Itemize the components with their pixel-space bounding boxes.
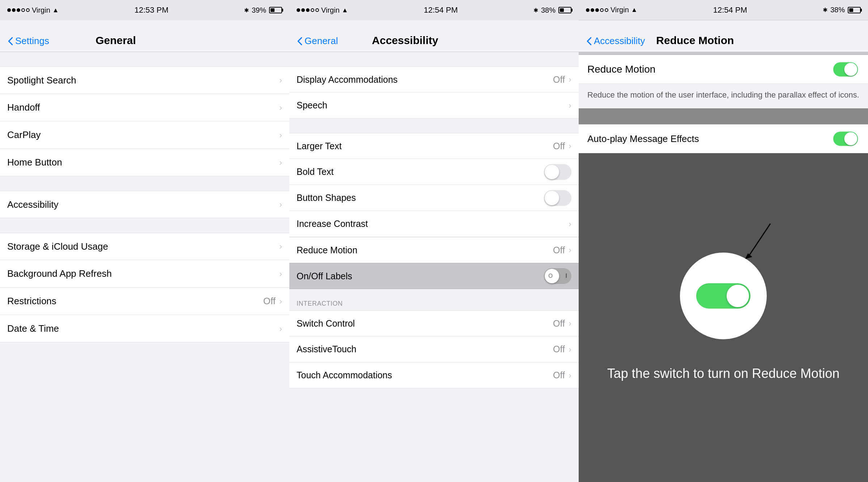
item-right: Off › <box>553 245 571 255</box>
item-left: Restrictions <box>7 296 56 307</box>
signal-dot <box>12 8 16 12</box>
item-right <box>544 164 571 180</box>
item-label: Home Button <box>7 157 62 168</box>
settings-item-display-accommodations[interactable]: Display Accommodations Off › <box>289 66 579 92</box>
section-gap <box>0 52 289 66</box>
section-gap-interaction <box>289 289 579 296</box>
settings-item-increase-contrast[interactable]: Increase Contrast › <box>289 211 579 237</box>
item-label: Larger Text <box>297 141 342 151</box>
settings-item-reduce-motion[interactable]: Reduce Motion Off › <box>289 237 579 263</box>
restrictions-value: Off <box>263 296 276 307</box>
annotation-area: Tap the switch to turn on Reduce Motion <box>579 153 868 482</box>
carrier-1: Virgin <box>32 6 50 14</box>
reduce-motion-description: Reduce the motion of the user interface,… <box>579 84 868 108</box>
item-label: Storage & iCloud Usage <box>7 241 108 252</box>
signal-dot <box>21 8 25 12</box>
signal-dot <box>586 8 590 12</box>
battery-icon-1 <box>269 7 282 13</box>
chevron-icon: › <box>279 296 282 306</box>
toggle-thumb <box>545 191 559 205</box>
settings-item-background-app-refresh[interactable]: Background App Refresh › <box>0 260 289 288</box>
interaction-section-header: INTERACTION <box>289 296 579 310</box>
item-right: › <box>279 158 282 168</box>
settings-item-storage-icloud[interactable]: Storage & iCloud Usage › <box>0 233 289 260</box>
status-right-3: ✱ 38% <box>823 6 861 14</box>
settings-item-larger-text[interactable]: Larger Text Off › <box>289 133 579 159</box>
signal-dot <box>306 8 310 12</box>
settings-item-button-shapes[interactable]: Button Shapes <box>289 185 579 211</box>
chevron-icon: › <box>569 318 571 328</box>
settings-item-bold-text[interactable]: Bold Text <box>289 159 579 185</box>
item-left: Spotlight Search <box>7 75 76 86</box>
reduce-motion-toggle[interactable] <box>833 62 858 77</box>
item-left: Larger Text <box>297 141 342 151</box>
chevron-icon: › <box>279 269 282 279</box>
settings-item-assistivetouch[interactable]: AssistiveTouch Off › <box>289 336 579 362</box>
nav-bar-1: Settings General <box>0 20 289 52</box>
reduce-motion-content: Reduce Motion Reduce the motion of the u… <box>579 55 868 482</box>
chevron-icon: › <box>279 241 282 251</box>
settings-item-carplay[interactable]: CarPlay › <box>0 121 289 149</box>
panel-accessibility: Virgin ▲ 12:54 PM ✱ 38% General Accessib… <box>289 0 579 482</box>
item-value: Off <box>553 344 565 354</box>
settings-item-touch-accommodations[interactable]: Touch Accommodations Off › <box>289 362 579 388</box>
item-right: › <box>569 219 571 229</box>
bold-text-toggle[interactable] <box>544 164 571 180</box>
item-left: Handoff <box>7 102 40 113</box>
settings-item-restrictions[interactable]: Restrictions Off › <box>0 288 289 315</box>
item-value: Off <box>553 318 565 329</box>
settings-item-onoff-labels[interactable]: On/Off Labels I O <box>289 263 579 289</box>
panel-general: Virgin ▲ 12:53 PM ✱ 39% Settings General <box>0 0 289 482</box>
signal-dot <box>17 8 20 12</box>
chevron-icon: › <box>279 199 282 210</box>
status-bar-2: Virgin ▲ 12:54 PM ✱ 38% <box>289 0 579 20</box>
chevron-icon: › <box>569 74 571 85</box>
item-label: Button Shapes <box>297 193 356 203</box>
item-label: Spotlight Search <box>7 75 76 86</box>
item-right: Off › <box>553 370 571 380</box>
item-right: › <box>279 75 282 85</box>
item-left: Storage & iCloud Usage <box>7 241 108 252</box>
reduce-motion-row: Reduce Motion <box>579 55 868 84</box>
settings-list-1: Spotlight Search › Handoff › CarPlay <box>0 52 289 482</box>
settings-item-speech[interactable]: Speech › <box>289 92 579 119</box>
signal-dots-2 <box>297 8 319 12</box>
wifi-icon-3: ▲ <box>631 6 638 14</box>
button-shapes-toggle[interactable] <box>544 190 571 206</box>
settings-item-accessibility[interactable]: Accessibility › <box>0 191 289 218</box>
status-left-1: Virgin ▲ <box>7 6 59 14</box>
item-left: Date & Time <box>7 323 59 334</box>
item-left: Home Button <box>7 157 62 168</box>
signal-dot <box>301 8 305 12</box>
accessibility-group-2: Larger Text Off › Bold Text <box>289 133 579 237</box>
settings-item-spotlight-search[interactable]: Spotlight Search › <box>0 66 289 94</box>
onoff-labels-toggle[interactable]: I O <box>544 268 571 284</box>
chevron-icon: › <box>279 103 282 113</box>
signal-dot <box>7 8 11 12</box>
item-label: AssistiveTouch <box>297 344 356 354</box>
annotation-toggle-large[interactable] <box>696 283 750 309</box>
settings-item-home-button[interactable]: Home Button › <box>0 149 289 176</box>
auto-play-toggle[interactable] <box>833 132 858 146</box>
battery-icon-3 <box>848 7 861 13</box>
chevron-icon: › <box>279 324 282 334</box>
annotation-toggle-container <box>683 255 764 336</box>
chevron-icon: › <box>569 370 571 380</box>
auto-play-row: Auto-play Message Effects <box>579 124 868 153</box>
item-right: › <box>279 324 282 334</box>
battery-pct-1: 39% <box>252 6 266 14</box>
settings-item-switch-control[interactable]: Switch Control Off › <box>289 310 579 336</box>
battery-fill-3 <box>849 8 853 12</box>
carrier-3: Virgin <box>610 6 629 14</box>
signal-dot <box>311 8 314 12</box>
chevron-icon: › <box>279 130 282 140</box>
item-label: Display Accommodations <box>297 74 397 85</box>
accessibility-group-interaction: Switch Control Off › AssistiveTouch Off … <box>289 310 579 388</box>
settings-item-handoff[interactable]: Handoff › <box>0 94 289 121</box>
item-label: Background App Refresh <box>7 268 112 279</box>
wifi-icon-1: ▲ <box>52 7 59 14</box>
settings-item-date-time[interactable]: Date & Time › <box>0 315 289 343</box>
status-bar-3: Virgin ▲ 12:54 PM ✱ 38% <box>579 0 868 20</box>
item-label: Date & Time <box>7 323 59 334</box>
item-right: › <box>279 199 282 210</box>
